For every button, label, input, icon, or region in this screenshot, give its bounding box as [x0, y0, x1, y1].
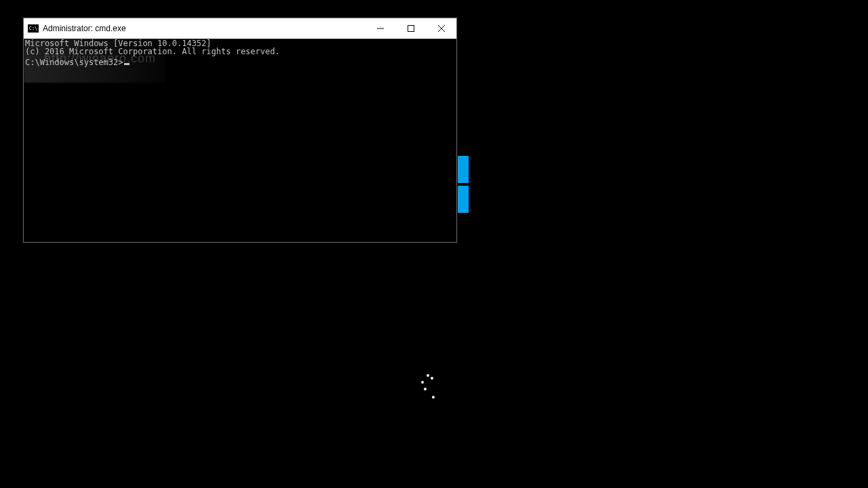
window-title: Administrator: cmd.exe [43, 24, 126, 33]
close-icon [438, 25, 445, 32]
console-line-copyright: (c) 2016 Microsoft Corporation. All righ… [25, 47, 455, 56]
cursor-icon [124, 63, 130, 65]
cmd-icon: C:\ [28, 24, 39, 33]
maximize-icon [408, 25, 414, 32]
minimize-button[interactable] [365, 18, 395, 39]
maximize-button[interactable] [395, 18, 426, 39]
windows-logo-icon [458, 156, 478, 217]
titlebar[interactable]: C:\ Administrator: cmd.exe [24, 18, 456, 39]
close-button[interactable] [426, 18, 456, 39]
cmd-window[interactable]: C:\ Administrator: cmd.exe http://winaer… [23, 18, 457, 243]
cmd-icon-label: C:\ [29, 26, 38, 31]
console-prompt: C:\Windows\system32> [25, 58, 123, 67]
console-prompt-line: C:\Windows\system32> [25, 56, 455, 68]
loading-spinner-icon [417, 371, 437, 400]
minimize-icon [377, 25, 384, 32]
svg-rect-1 [408, 26, 414, 32]
console-body[interactable]: http://winaero.com Microsoft Windows [Ve… [24, 39, 456, 242]
window-controls [365, 18, 456, 39]
